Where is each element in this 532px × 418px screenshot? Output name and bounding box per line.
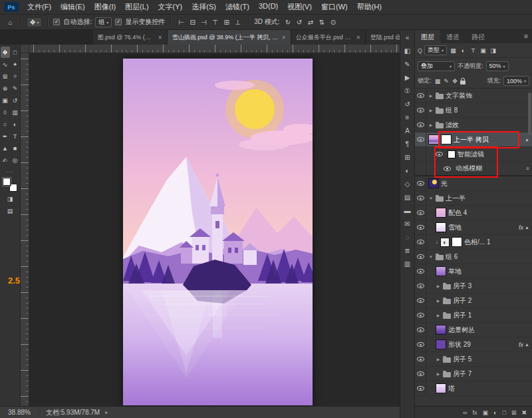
document-tab[interactable]: 登陆.psd @ 75.1% (...× xyxy=(366,30,400,45)
channels-panel-icon[interactable]: ▥ xyxy=(402,258,414,270)
layer-name[interactable]: 上一半 拷贝 xyxy=(454,135,489,144)
visibility-toggle[interactable] xyxy=(415,294,426,308)
visibility-toggle[interactable] xyxy=(415,337,426,351)
collapse-smart-filters-icon[interactable]: ▲ xyxy=(525,137,529,142)
visibility-toggle[interactable] xyxy=(415,176,426,190)
layer-comps-panel-icon[interactable]: ≣ xyxy=(402,245,414,256)
layer-name[interactable]: 草地 xyxy=(448,267,462,276)
navigator-panel-icon[interactable]: ◌ xyxy=(402,232,414,243)
align-left-icon[interactable]: ⊢ xyxy=(176,17,186,27)
layer-name[interactable]: 组 6 xyxy=(446,252,458,262)
layer-mask-thumbnail[interactable] xyxy=(441,134,452,144)
3d-drag-icon[interactable]: ⇄ xyxy=(306,17,316,27)
layer-row[interactable]: 雪地fx▲ xyxy=(415,220,532,235)
notes-panel-icon[interactable]: ✉ xyxy=(402,218,414,230)
layer-thumbnail[interactable] xyxy=(436,325,446,335)
show-transform-checkbox[interactable]: ✓ xyxy=(115,19,122,25)
document-tab[interactable]: 公众服务平台.psd @ ...× xyxy=(291,30,366,45)
layer-row[interactable]: ↓◐色相/... 1 xyxy=(415,235,532,250)
layer-name[interactable]: 塔 xyxy=(448,384,455,393)
layer-row[interactable]: 远景树丛 xyxy=(415,323,532,337)
layer-row[interactable]: 智能滤镜 xyxy=(415,147,532,162)
visibility-toggle[interactable] xyxy=(415,381,426,395)
current-tool-preset[interactable]: ✥ ▾ xyxy=(27,17,42,27)
lock-transparent-pixels-icon[interactable]: ▦ xyxy=(434,77,442,85)
visibility-toggle[interactable] xyxy=(415,162,426,175)
layer-row[interactable]: ▶组 8 xyxy=(415,103,532,118)
new-group-icon[interactable]: □ xyxy=(502,409,505,416)
eraser-tool[interactable]: ◊ xyxy=(1,106,10,118)
menu-item[interactable]: 图层(L) xyxy=(120,2,153,12)
close-tab-icon[interactable]: × xyxy=(282,34,286,41)
menu-item[interactable]: 图像(I) xyxy=(90,2,120,12)
align-right-icon[interactable]: ⊣ xyxy=(199,17,209,27)
visibility-toggle[interactable] xyxy=(415,352,426,366)
home-icon[interactable]: ⌂ xyxy=(5,17,15,27)
menu-item[interactable]: 滤镜(T) xyxy=(221,2,254,12)
layer-thumbnail[interactable] xyxy=(428,134,439,144)
layer-name[interactable]: 文字装饰 xyxy=(446,91,472,101)
opacity-dropdown[interactable]: 50% ▾ xyxy=(486,61,509,71)
gradient-tool[interactable]: ▥ xyxy=(11,106,20,118)
filter-shape-layers-icon[interactable]: ▣ xyxy=(479,46,487,55)
visibility-toggle[interactable] xyxy=(415,132,426,146)
visibility-toggle[interactable] xyxy=(415,118,426,132)
close-tab-icon[interactable]: × xyxy=(356,34,360,41)
panel-tab-paths[interactable]: 路径 xyxy=(466,30,491,43)
menu-item[interactable]: 文字(Y) xyxy=(154,2,188,12)
layer-thumbnail[interactable] xyxy=(436,208,446,218)
layer-thumbnail[interactable] xyxy=(436,266,446,276)
history-panel-icon[interactable]: ↺ xyxy=(402,99,414,110)
layer-name[interactable]: 光 xyxy=(441,179,448,188)
layer-name[interactable]: 雪地 xyxy=(448,223,462,232)
libraries-panel-icon[interactable]: ▤ xyxy=(402,192,414,203)
fill-dropdown[interactable]: 100% ▾ xyxy=(503,76,529,86)
menu-item[interactable]: 文件(F) xyxy=(23,2,56,12)
hand-tool[interactable]: ✍ xyxy=(1,154,10,166)
layer-name[interactable]: 配色 4 xyxy=(448,208,467,218)
3d-rotate-icon[interactable]: ↻ xyxy=(283,17,293,27)
visibility-toggle[interactable] xyxy=(415,323,426,337)
collapse-panels-icon[interactable]: « xyxy=(402,32,414,43)
move-tool[interactable]: ✥ xyxy=(1,47,10,58)
collapse-effects-icon[interactable]: ▲ xyxy=(525,225,529,230)
link-layers-icon[interactable]: ∞ xyxy=(463,409,467,416)
add-layer-mask-icon[interactable]: ▣ xyxy=(483,409,489,416)
new-layer-icon[interactable]: ⊞ xyxy=(511,409,517,416)
info-panel-icon[interactable]: ① xyxy=(402,85,414,97)
visibility-toggle[interactable] xyxy=(415,308,426,322)
layer-row[interactable]: ▶房子 1 xyxy=(415,308,532,323)
layer-row[interactable]: 配色 4 xyxy=(415,206,532,220)
layer-thumbnail[interactable] xyxy=(436,339,446,349)
layer-row[interactable]: 草地 xyxy=(415,264,532,279)
zoom-level-field[interactable]: 38.88% xyxy=(5,409,35,416)
filter-pixel-layers-icon[interactable]: ▦ xyxy=(449,46,458,55)
eye-icon[interactable] xyxy=(444,166,451,171)
expand-group-icon[interactable]: ▶ xyxy=(428,93,434,98)
scrollbar[interactable] xyxy=(528,93,531,135)
visibility-toggle[interactable] xyxy=(415,191,426,205)
fx-badge[interactable]: fx xyxy=(519,341,523,348)
collapse-group-icon[interactable]: ▼ xyxy=(428,196,434,200)
color-panel-icon[interactable]: ◧ xyxy=(402,45,414,57)
blend-mode-dropdown[interactable]: 叠加 ▾ xyxy=(418,61,455,71)
expand-group-icon[interactable]: ▶ xyxy=(436,284,441,288)
visibility-toggle[interactable] xyxy=(415,367,426,381)
paragraph-panel-icon[interactable]: ¶ xyxy=(402,138,414,150)
eyedropper-tool[interactable]: ✧ xyxy=(11,71,20,82)
edit-toolbar-icon[interactable]: ··· xyxy=(7,169,14,175)
layer-name[interactable]: 房子 1 xyxy=(453,311,471,320)
document-canvas[interactable] xyxy=(123,59,313,405)
layer-name[interactable]: 智能滤镜 xyxy=(458,150,484,159)
layer-thumbnail[interactable] xyxy=(436,222,446,232)
lock-position-icon[interactable]: ✥ xyxy=(452,77,459,85)
lock-all-icon[interactable] xyxy=(460,81,466,85)
menu-item[interactable]: 视图(V) xyxy=(283,2,317,12)
3d-scale-icon[interactable]: ⊙ xyxy=(329,17,338,27)
adjustment-icon[interactable]: ◐ xyxy=(440,238,450,247)
brush-settings-panel-icon[interactable]: ✎ xyxy=(402,59,414,70)
3d-slide-icon[interactable]: ⇅ xyxy=(317,17,327,27)
layer-name[interactable]: 色相/... 1 xyxy=(464,238,490,247)
character-panel-icon[interactable]: A xyxy=(402,125,414,136)
lock-image-pixels-icon[interactable]: ✎ xyxy=(443,77,450,85)
